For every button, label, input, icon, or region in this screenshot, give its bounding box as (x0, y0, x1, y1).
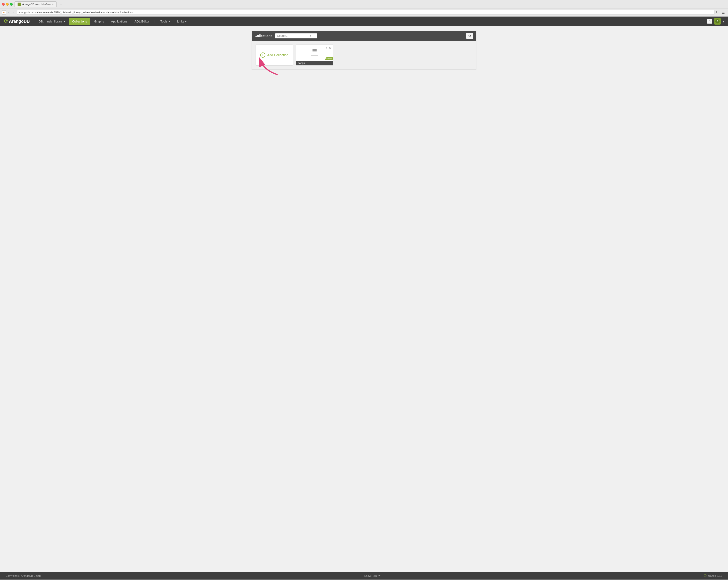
nav-items: DB: music_library ▾ Collections Graphs A… (35, 18, 707, 25)
avatar-dropdown-icon: ▾ (723, 20, 724, 23)
document-lines-icon (312, 48, 318, 55)
nav-badge[interactable]: 0 (707, 19, 712, 24)
nav-collections-label: Collections (72, 20, 87, 23)
browser-menu-button[interactable]: ☰ (720, 9, 726, 15)
svg-text:A: A (717, 20, 719, 23)
nav-graphs-label: Graphs (94, 20, 104, 23)
nav-aql-label: AQL Editor (134, 20, 149, 23)
show-help-icon: ✉ (378, 574, 380, 577)
brand-name: ArangoDB (9, 19, 30, 24)
close-button[interactable] (2, 3, 5, 6)
add-collection-icon: + (260, 52, 265, 58)
nav-avatar[interactable]: A (714, 18, 721, 25)
footer-show-help[interactable]: Show Help ✉ (364, 574, 380, 577)
collections-header: Collections ▾ ⚙ (252, 31, 476, 41)
search-container: ▾ (275, 33, 317, 38)
nav-item-tools[interactable]: Tools ▾ (157, 18, 173, 25)
status-dot-icon (704, 574, 706, 577)
back-button[interactable]: ‹ (7, 10, 11, 15)
nav-item-collections[interactable]: Collections (69, 18, 90, 25)
nav-item-applications[interactable]: Applications (108, 18, 131, 25)
refresh-button[interactable]: ↻ (716, 10, 719, 14)
tab-favicon (18, 3, 21, 6)
nav-db-label: DB: music_library (39, 20, 63, 23)
add-collection-label: Add Collection (267, 53, 288, 57)
browser-titlebar: ArangoDB Web Interface × + (0, 0, 728, 8)
page-content: Collections ▾ ⚙ + Add Collection ℹ ⚙ (0, 26, 728, 572)
avatar-icon: A (715, 19, 720, 24)
search-clear-icon[interactable]: ▾ (310, 34, 311, 38)
collections-title: Collections (255, 34, 272, 38)
tools-label: Tools (160, 20, 168, 23)
nav-right: 0 A ▾ (707, 18, 724, 25)
forward-button[interactable]: › (12, 10, 16, 15)
footer-copyright: Copyright (c) ArangoDB GmbH (6, 574, 41, 577)
card-actions: ℹ ⚙ (326, 46, 332, 50)
db-dropdown-icon: ▾ (63, 20, 65, 23)
collections-grid: + Add Collection ℹ ⚙ (252, 41, 476, 69)
collection-card-songs[interactable]: ℹ ⚙ loaded songs (296, 44, 333, 66)
card-name: songs (298, 62, 305, 64)
links-dropdown-icon: ▾ (185, 20, 187, 23)
app-footer: Copyright (c) ArangoDB GmbH Show Help ✉ … (0, 572, 728, 580)
nav-divider: | (154, 20, 155, 23)
collections-settings-button[interactable]: ⚙ (466, 33, 473, 39)
logo-icon: ⟳ (4, 18, 8, 24)
card-settings-button[interactable]: ⚙ (329, 46, 332, 50)
search-input[interactable] (277, 34, 310, 38)
header-right: ⚙ (466, 33, 473, 39)
minimize-button[interactable] (6, 3, 9, 6)
show-help-label: Show Help (364, 574, 377, 577)
card-info-button[interactable]: ℹ (326, 46, 327, 50)
browser-chrome: ArangoDB Web Interface × + a ‹ › ↻ ☰ (0, 0, 728, 17)
browser-tab[interactable]: ArangoDB Web Interface × (15, 1, 57, 7)
nav-applications-label: Applications (111, 20, 127, 23)
nav-item-aql-editor[interactable]: AQL Editor (131, 18, 152, 25)
browser-addressbar: a ‹ › ↻ ☰ (0, 8, 728, 16)
address-bar[interactable] (17, 10, 714, 15)
nav-item-graphs[interactable]: Graphs (91, 18, 107, 25)
collections-panel: Collections ▾ ⚙ + Add Collection ℹ ⚙ (252, 31, 476, 69)
tab-title: ArangoDB Web Interface (22, 3, 51, 6)
browser-buttons (2, 3, 13, 6)
add-collection-tile[interactable]: + Add Collection (256, 44, 293, 66)
nav-item-links[interactable]: Links ▾ (174, 18, 190, 25)
card-footer: songs (296, 61, 333, 65)
amazon-icon: a (2, 10, 6, 15)
app-navbar: ⟳ ArangoDB DB: music_library ▾ Collectio… (0, 17, 728, 26)
maximize-button[interactable] (10, 3, 13, 6)
footer-version: arango 2.5.3 (704, 574, 722, 577)
new-tab-button[interactable]: + (59, 2, 63, 6)
version-label: arango 2.5.3 (708, 574, 722, 577)
nav-item-db[interactable]: DB: music_library ▾ (35, 18, 68, 25)
links-label: Links (177, 20, 184, 23)
tools-dropdown-icon: ▾ (168, 20, 170, 23)
brand-logo: ⟳ ArangoDB (4, 18, 30, 24)
tab-close-button[interactable]: × (52, 3, 53, 6)
